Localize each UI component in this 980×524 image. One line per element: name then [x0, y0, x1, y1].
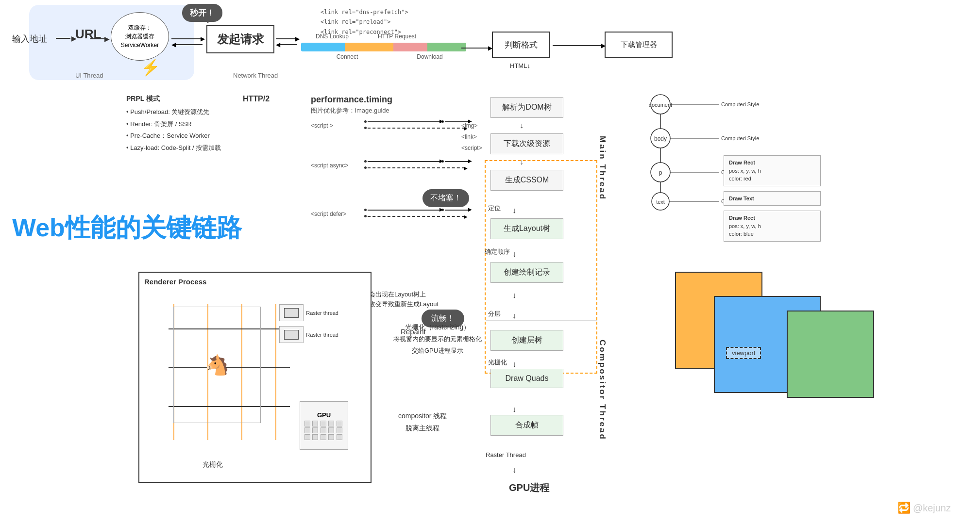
ui-thread-label: UI Thread [75, 72, 103, 79]
paint-record-box: 创建绘制记录 [490, 262, 563, 283]
judge-to-download-arrow: ▶ [553, 42, 606, 49]
arrow-down-3: ↓ [512, 206, 516, 215]
main-thread-label: Main Thread [597, 136, 607, 200]
rasterize-label: 光栅化 [488, 358, 507, 367]
http2-label: HTTP/2 [243, 95, 270, 103]
arrow-down-4: ↓ [512, 250, 516, 259]
download-bar [427, 43, 466, 51]
bar-bottom-labels: Connect Download [301, 53, 466, 60]
arrow-down-2: ↓ [520, 158, 524, 166]
fast-open-bubble: 秒开！ [182, 4, 222, 22]
svg-text:body: body [654, 135, 667, 142]
http-request-bar [345, 43, 393, 51]
script-row-async: <script async> ▶ ▶ ▶ [311, 160, 469, 169]
download-resource-box: 下载次级资源 [490, 133, 563, 154]
perf-title: performance.timing 图片优化参考：image.guide [311, 95, 392, 115]
input-url-label: 输入地址 [12, 33, 47, 45]
layout-tree-box: 生成Layout树 [490, 218, 563, 239]
prpl-title: PRPL 模式 [126, 95, 221, 103]
composite-frame-box: 合成帧 [490, 415, 563, 436]
position-label: 定位 [488, 204, 501, 213]
svg-text:...: ... [657, 209, 663, 211]
prpl-section: PRPL 模式 • Push/Preload: 关键资源优先 • Render:… [126, 95, 221, 154]
gpu-process-label: GPU进程 [509, 481, 549, 494]
network-thread-label: Network Thread [233, 72, 278, 79]
web-perf-title: Web性能的关键链路 [12, 211, 242, 245]
raster-thread-label: Raster Thread [486, 451, 526, 458]
bar-top-labels: DNS Lookup HTTP Request [316, 33, 416, 40]
download-mgr-box: 下载管理器 [605, 32, 673, 58]
bar-to-judge-arrow: ▶ [461, 45, 492, 51]
url-arrow-group: ▶ [56, 34, 77, 42]
renderer-title: Renderer Process [144, 278, 366, 286]
script-row-1: <script > <img> <link> <script> ▶ ▶ [311, 120, 469, 129]
url-to-cache-arrow: ▶ [90, 35, 110, 43]
arrow-down-9: ↓ [512, 466, 516, 475]
dns-to-request-arrow-back: ◀ [276, 41, 297, 48]
draw-rect-section: Draw Rect pos: x, y, w, h color: red Dra… [724, 155, 821, 242]
arrow-down-1: ↓ [520, 121, 524, 130]
link-tags: <link rel="dns-prefetch"> <link rel="pre… [321, 7, 408, 37]
svg-text:Computed Style: Computed Style [721, 135, 759, 141]
arrow-down-7: ↓ [512, 360, 516, 369]
rasterizing-note: 光栅化（rasterizing） 将视窗内的要显示的元素栅格化 交给GPU进程显… [393, 321, 482, 356]
compositor-note: compositor 线程 脱离主线程 [398, 410, 447, 434]
arrow-down-6: ↓ [512, 311, 516, 320]
order-label: 确定顺序 [485, 247, 510, 256]
draw-quads-box: Draw Quads [490, 369, 563, 388]
csx-label: 光栅化 [203, 460, 223, 469]
svg-text:p: p [659, 169, 662, 176]
watermark: 🔁 @kejunz [897, 502, 951, 514]
layer-tree-box: 创建层树 [490, 330, 563, 351]
layer-label: 分层 [488, 310, 501, 318]
arrow-down-5: ↓ [512, 291, 516, 300]
dns-lookup-bar [301, 43, 345, 51]
cssom-box: 生成CSSOM [490, 170, 563, 191]
prpl-items: • Push/Preload: 关键资源优先 • Render: 骨架屏 / S… [126, 106, 221, 154]
judge-format-box: 判断格式 [492, 32, 550, 58]
main-container: 输入地址 ▶ URL ▶ 双缓存： 浏览器缓存 ServiceWorker ⚡ … [0, 0, 980, 524]
script-row-defer: <script defer> ▶ ▶ ▶ [311, 209, 469, 217]
lightning-icon: ⚡ [141, 58, 160, 77]
svg-text:document: document [649, 102, 672, 108]
connect-bar [393, 43, 427, 51]
arrow-down-8: ↓ [512, 405, 516, 414]
compositor-thread-label: Compositor Thread [597, 340, 607, 441]
renderer-process-section: Renderer Process 🐴 Raster thread [138, 272, 372, 483]
svg-text:text: text [656, 199, 665, 205]
no-block-bubble: 不堵塞！ [422, 189, 469, 207]
layer-green [787, 311, 874, 398]
svg-text:Computed Style: Computed Style [721, 101, 759, 107]
html-label: HTML↓ [510, 62, 530, 69]
send-request-box: 发起请求 [206, 25, 274, 53]
viewport-label: viewport [726, 347, 761, 359]
fast-bubble-tail [204, 18, 212, 23]
parse-dom-box: 解析为DOM树 [490, 97, 563, 118]
request-to-cache-arrow-back: ◀ [171, 41, 203, 48]
thread-divider [486, 320, 597, 321]
browser-cache-box: 双缓存： 浏览器缓存 ServiceWorker [111, 12, 169, 61]
progress-bar [301, 43, 466, 51]
